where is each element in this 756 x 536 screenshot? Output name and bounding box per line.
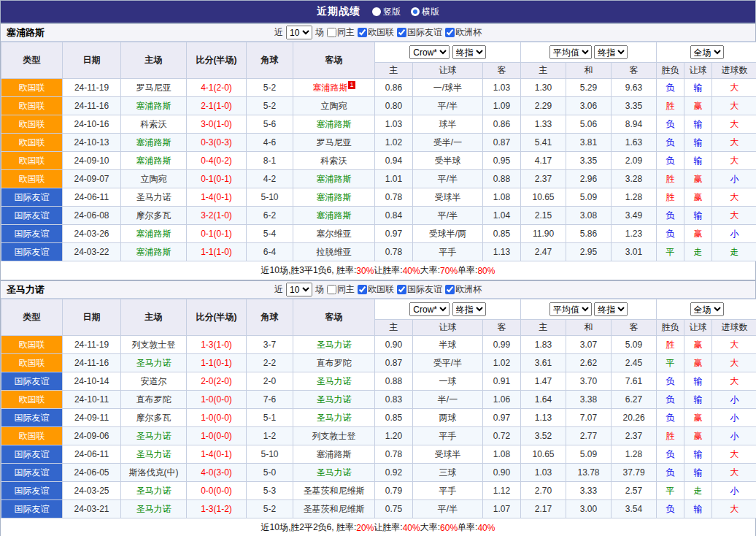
handicap-cell: 平手 bbox=[413, 482, 483, 500]
match-type-cell: 欧国联 bbox=[1, 134, 63, 152]
match-type-cell: 国际友谊 bbox=[1, 500, 63, 518]
league-uefa-nl-checkbox[interactable]: 欧国联 bbox=[358, 283, 394, 296]
fullmatch-select[interactable]: 全场 bbox=[690, 45, 724, 59]
corner-cell: 5-3 bbox=[247, 482, 293, 500]
near-label: 近 bbox=[274, 26, 283, 39]
summary-part: 40% bbox=[403, 523, 420, 533]
score-cell: 1-3(1-2) bbox=[187, 500, 247, 518]
euro-home-odds-cell: 1.30 bbox=[521, 79, 566, 97]
wdl-result-cell: 胜 bbox=[657, 188, 684, 207]
asian-away-odds-cell: 0.91 bbox=[483, 372, 521, 391]
match-count-select[interactable]: 10 bbox=[286, 283, 312, 296]
away-team-cell: 塞浦路斯1 bbox=[293, 79, 375, 97]
goals-result-cell: 小 bbox=[712, 482, 756, 500]
home-team-name: 圣马力诺 bbox=[136, 504, 171, 514]
goals-result-cell: 大 bbox=[712, 354, 756, 372]
games-label: 场 bbox=[315, 283, 324, 296]
handicap-cell: 受球半/两 bbox=[413, 225, 483, 243]
asian-away-odds-cell: 0.95 bbox=[483, 152, 521, 170]
euro-draw-odds-cell: 13.78 bbox=[566, 464, 612, 482]
euro-away-odds-cell: 8.94 bbox=[612, 115, 657, 134]
handicap-result-cell: 输 bbox=[684, 372, 712, 391]
handicap-result-cell: 输 bbox=[684, 152, 712, 170]
euro-home-odds-cell: 2.17 bbox=[521, 500, 566, 518]
summary-part: 40% bbox=[477, 523, 495, 533]
league-uefa-nl-checkbox[interactable]: 欧国联 bbox=[358, 26, 394, 39]
euro-draw-odds-cell: 3.06 bbox=[566, 97, 612, 115]
euro-draw-odds-cell: 2.77 bbox=[566, 427, 612, 445]
col-asian-away: 客 bbox=[483, 320, 521, 336]
handicap-cell: 受球半 bbox=[413, 445, 483, 464]
asian-away-odds-cell: 1.13 bbox=[483, 243, 521, 261]
away-team-name: 圣马力诺 bbox=[317, 394, 352, 405]
bookmaker-select[interactable]: Crow* bbox=[409, 302, 450, 316]
horizontal-layout-radio[interactable]: 横版 bbox=[411, 6, 439, 18]
summary-part: 20% bbox=[356, 523, 374, 533]
wdl-result-cell: 负 bbox=[657, 464, 684, 482]
away-team-name: 圣马力诺 bbox=[317, 467, 352, 478]
same-home-checkbox[interactable]: 同主 bbox=[327, 26, 355, 39]
match-row: 欧国联24-09-10塞浦路斯0-4(0-2)8-1科索沃0.94受半球0.95… bbox=[1, 152, 756, 170]
euro-away-odds-cell: 3.01 bbox=[612, 243, 657, 261]
handicap-cell: 平/半 bbox=[413, 207, 483, 225]
match-row: 欧国联24-11-16圣马力诺1-1(0-1)2-2直布罗陀0.87受平/半1.… bbox=[1, 354, 756, 372]
away-team-name: 圣马力诺 bbox=[317, 376, 352, 386]
final-odds-select[interactable]: 终指 bbox=[594, 45, 628, 59]
handicap-cell: 平/半 bbox=[413, 97, 483, 115]
wdl-result-cell: 负 bbox=[657, 152, 684, 170]
wdl-result-cell: 负 bbox=[657, 445, 684, 464]
wdl-result-cell: 负 bbox=[657, 372, 684, 391]
col-date: 日期 bbox=[63, 299, 121, 336]
fullmatch-select[interactable]: 全场 bbox=[690, 302, 724, 316]
asian-away-odds-cell: 0.87 bbox=[483, 134, 521, 152]
away-team-cell: 列支敦士登 bbox=[293, 427, 375, 445]
away-team-name: 拉脱维亚 bbox=[317, 247, 352, 257]
same-home-checkbox[interactable]: 同主 bbox=[327, 283, 355, 296]
euro-home-odds-cell: 10.65 bbox=[521, 188, 566, 207]
handicap-result-cell: 输 bbox=[684, 445, 712, 464]
average-select[interactable]: 平均值 bbox=[549, 302, 592, 316]
home-team-cell: 圣马力诺 bbox=[121, 427, 187, 445]
euro-home-odds-cell: 2.70 bbox=[521, 482, 566, 500]
average-select[interactable]: 平均值 bbox=[549, 45, 592, 59]
league-euro-checkbox[interactable]: 欧洲杯 bbox=[445, 26, 482, 39]
handicap-cell: 平/半 bbox=[413, 170, 483, 188]
home-team-cell: 列支敦士登 bbox=[121, 336, 187, 354]
match-date-cell: 24-03-21 bbox=[63, 500, 121, 518]
euro-draw-odds-cell: 3.38 bbox=[566, 391, 612, 409]
home-team-name: 罗马尼亚 bbox=[136, 83, 171, 93]
final-odds-select[interactable]: 终指 bbox=[452, 45, 486, 59]
match-row: 国际友谊24-06-08摩尔多瓦3-2(1-0)6-2塞浦路斯0.84平/半1.… bbox=[1, 207, 756, 225]
league-friendly-checkbox[interactable]: 国际友谊 bbox=[397, 283, 442, 296]
euro-away-odds-cell: 2.37 bbox=[612, 427, 657, 445]
match-type-cell: 欧国联 bbox=[1, 170, 63, 188]
league-friendly-checkbox[interactable]: 国际友谊 bbox=[397, 26, 442, 39]
summary-part: 大率: bbox=[420, 264, 440, 277]
wdl-result-cell: 平 bbox=[657, 243, 684, 261]
handicap-result-cell: 走 bbox=[684, 482, 712, 500]
away-team-cell: 立陶宛 bbox=[293, 97, 375, 115]
final-odds-select[interactable]: 终指 bbox=[594, 302, 628, 316]
home-team-name: 圣马力诺 bbox=[136, 486, 171, 496]
home-team-cell: 圣马力诺 bbox=[121, 354, 187, 372]
away-team-cell: 科索沃 bbox=[293, 152, 375, 170]
league-euro-checkbox[interactable]: 欧洲杯 bbox=[445, 283, 482, 296]
score-cell: 4-0(3-0) bbox=[187, 464, 247, 482]
euro-away-odds-cell: 3.49 bbox=[612, 207, 657, 225]
vertical-layout-radio[interactable]: 竖版 bbox=[372, 6, 401, 18]
euro-home-odds-cell: 10.65 bbox=[521, 445, 566, 464]
goals-result-cell: 大 bbox=[712, 152, 756, 170]
away-team-cell: 圣马力诺 bbox=[293, 391, 375, 409]
col-handicap-result: 让球 bbox=[684, 320, 712, 336]
goals-result-cell: 大 bbox=[712, 115, 756, 134]
asian-away-odds-cell: 1.03 bbox=[483, 79, 521, 97]
final-odds-select[interactable]: 终指 bbox=[452, 302, 486, 316]
asian-home-odds-cell: 0.85 bbox=[375, 409, 413, 427]
bookmaker-select[interactable]: Crow* bbox=[409, 45, 450, 59]
match-count-select[interactable]: 10 bbox=[286, 26, 312, 39]
match-type-cell: 国际友谊 bbox=[1, 188, 63, 207]
wdl-result-cell: 胜 bbox=[657, 170, 684, 188]
score-cell: 4-1(2-0) bbox=[187, 79, 247, 97]
euro-draw-odds-cell: 3.07 bbox=[566, 336, 612, 354]
col-corner: 角球 bbox=[247, 299, 293, 336]
